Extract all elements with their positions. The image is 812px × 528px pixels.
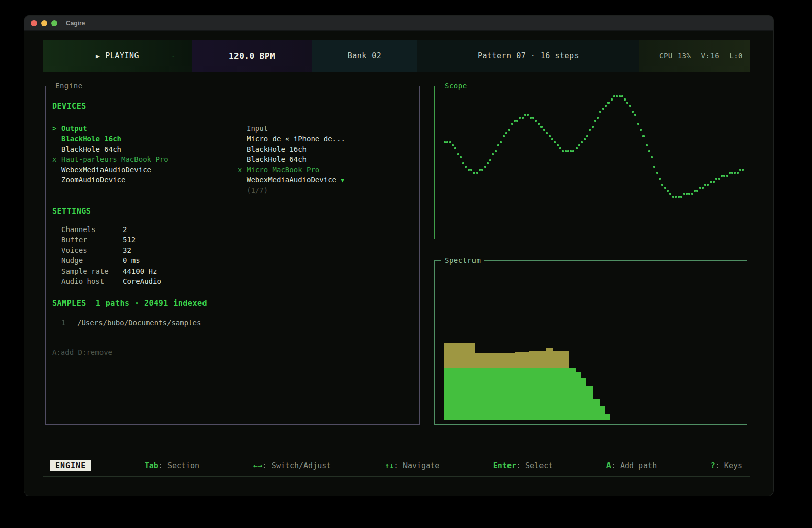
- cpu-stat: CPU 13%: [659, 52, 691, 60]
- scope-dot: [454, 147, 456, 149]
- device-row[interactable]: BlackHole 64ch: [52, 144, 227, 154]
- setting-label: Sample rate: [61, 266, 123, 276]
- scope-dot: [495, 150, 497, 152]
- setting-label: Channels: [61, 224, 123, 235]
- device-row[interactable]: Input: [238, 123, 410, 134]
- scope-dot: [613, 95, 615, 97]
- scope-dot: [718, 178, 720, 180]
- scope-dot: [686, 193, 688, 195]
- spectrum-olive-bar: [444, 343, 475, 368]
- setting-row[interactable]: Audio hostCoreAudio: [61, 276, 161, 286]
- scope-dot: [524, 114, 526, 116]
- device-row[interactable]: WebexMediaAudioDevice: [52, 164, 227, 175]
- spectrum-bin: [515, 352, 529, 420]
- device-row[interactable]: BlackHole 16ch: [238, 144, 410, 154]
- samples-heading: SAMPLES 1 paths · 20491 indexed: [52, 299, 207, 308]
- play-icon: ▶: [96, 52, 100, 60]
- device-row[interactable]: BlackHole 16ch: [52, 134, 227, 144]
- key-hint: Enter: Select: [493, 461, 553, 470]
- key-hint-key: ←→: [253, 461, 262, 470]
- sample-path-row[interactable]: 1/Users/bubo/Documents/samples: [61, 318, 201, 328]
- scope-dot: [688, 193, 690, 195]
- chevron-down-icon: ▼: [341, 177, 344, 184]
- pattern-display[interactable]: Pattern 07 · 16 steps: [417, 40, 639, 72]
- scope-dot: [538, 123, 540, 125]
- spectrum-olive-bar: [515, 352, 529, 368]
- device-row-prefix: x: [238, 164, 247, 175]
- scope-dot: [594, 120, 596, 122]
- scope-dot: [651, 156, 653, 158]
- setting-row[interactable]: Sample rate44100 Hz: [61, 266, 161, 276]
- scope-dot: [632, 111, 634, 113]
- input-device-list: InputMicro de « iPhone de...BlackHole 16…: [238, 123, 410, 195]
- device-row[interactable]: BlackHole 64ch: [238, 154, 410, 164]
- scope-dot: [516, 120, 518, 122]
- scope-dot: [468, 169, 470, 171]
- scope-dot: [656, 172, 658, 174]
- spectrum-green-bar: [593, 399, 600, 420]
- divider: [52, 311, 413, 311]
- scope-dot: [726, 175, 728, 177]
- scope-dot: [570, 150, 572, 152]
- device-row[interactable]: Micro de « iPhone de...: [238, 134, 410, 144]
- spectrum-green-bar: [515, 368, 529, 420]
- transport-segment[interactable]: ▶ PLAYING -: [43, 40, 192, 72]
- device-row-label: Micro MacBook Pro: [247, 166, 319, 174]
- setting-value: 0 ms: [123, 256, 140, 265]
- voices-stat: V:16: [701, 52, 719, 60]
- bottom-hint-bar: ENGINE Tab: Section←→: Switch/Adjust↑↓: …: [43, 454, 750, 477]
- key-hint: ←→: Switch/Adjust: [253, 461, 331, 470]
- zoom-icon[interactable]: [51, 20, 57, 26]
- setting-row[interactable]: Buffer512: [61, 235, 161, 245]
- divider: [230, 123, 230, 198]
- spectrum-olive-bar: [475, 353, 515, 368]
- samples-meta: 1 paths · 20491 indexed: [96, 299, 207, 308]
- spectrum-green-bar: [605, 414, 610, 420]
- key-hint-key: ?: [710, 461, 715, 470]
- scope-dot: [511, 123, 513, 125]
- device-row[interactable]: WebexMediaAudioDevice▼: [238, 175, 410, 185]
- device-row[interactable]: ZoomAudioDevice: [52, 175, 227, 185]
- divider: [52, 218, 413, 218]
- scope-dot: [629, 105, 631, 107]
- path-text: /Users/bubo/Documents/samples: [77, 319, 201, 327]
- setting-value: CoreAudio: [123, 277, 161, 285]
- bank-display[interactable]: Bank 02: [312, 40, 417, 72]
- spectrum-bin: [600, 406, 605, 420]
- device-row[interactable]: (1/7): [238, 185, 410, 195]
- scope-dot: [607, 102, 610, 104]
- scope-dot: [642, 135, 645, 137]
- device-row[interactable]: xHaut-parleurs MacBook Pro: [52, 154, 227, 164]
- scope-dot: [559, 147, 561, 149]
- scope-dot: [713, 181, 715, 183]
- scope-dot: [487, 162, 489, 164]
- setting-row[interactable]: Voices32: [61, 245, 161, 255]
- scope-dot: [637, 123, 639, 125]
- scope-dot: [691, 193, 693, 195]
- setting-value: 512: [123, 236, 136, 244]
- setting-row[interactable]: Nudge0 ms: [61, 255, 161, 266]
- device-row-label: Output: [61, 124, 87, 133]
- scope-dot: [611, 98, 613, 101]
- device-row[interactable]: >Output: [52, 123, 227, 134]
- settings-list: Channels2Buffer512Voices32Nudge0 msSampl…: [61, 224, 161, 286]
- key-hint: ↑↓: Navigate: [385, 461, 439, 470]
- engine-panel: Engine DEVICES >OutputBlackHole 16chBlac…: [45, 86, 420, 425]
- scope-dot: [549, 135, 551, 137]
- scope-dot: [616, 95, 618, 97]
- key-hint-key: Tab: [145, 461, 158, 470]
- setting-row[interactable]: Channels2: [61, 224, 161, 235]
- close-icon[interactable]: [31, 20, 37, 26]
- spectrum-green-bar: [444, 368, 475, 420]
- sample-path-list: 1/Users/bubo/Documents/samples: [61, 318, 201, 328]
- bpm-display[interactable]: 120.0 BPM: [192, 40, 312, 72]
- minimize-icon[interactable]: [41, 20, 47, 26]
- stats-segment: CPU 13% V:16 L:0: [639, 40, 750, 72]
- output-device-list: >OutputBlackHole 16chBlackHole 64chxHaut…: [52, 123, 227, 185]
- transport-state: PLAYING: [105, 51, 139, 60]
- scope-dot: [543, 129, 545, 131]
- device-row[interactable]: xMicro MacBook Pro: [238, 164, 410, 175]
- scope-dot: [500, 141, 502, 143]
- spectrum-bin: [576, 372, 581, 420]
- scope-panel: Scope: [434, 86, 747, 239]
